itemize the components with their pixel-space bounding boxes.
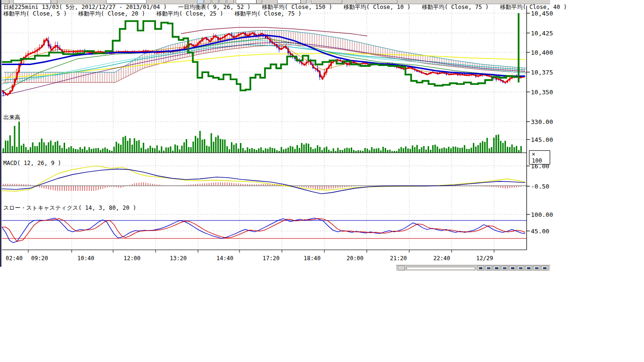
indicator-label: 移動平均( Close, 25 ) <box>157 10 223 17</box>
time-axis-tick-label: 14:40 <box>216 255 233 262</box>
y-axis-tick-label: 330.00 <box>531 118 559 125</box>
scrollbar-track[interactable] <box>406 267 475 270</box>
y-axis-tick-label: 10,425 <box>531 30 559 37</box>
chart-tool-button-6[interactable] <box>517 266 524 271</box>
volume-pane-label: 出来高 <box>3 114 20 122</box>
scrollbar-left-button[interactable] <box>398 266 405 271</box>
chart-tool-button-3[interactable] <box>493 266 500 271</box>
y-axis-tick-label: 145.00 <box>531 136 559 143</box>
y-axis-tick-label: 10,375 <box>531 69 559 76</box>
stochastics-pane-label: スロー・ストキャスティクス( 14, 3, 80, 20 ) <box>3 204 136 212</box>
y-axis-tick-label: 10,450 <box>531 10 559 17</box>
y-axis-tick-label: -0.50 <box>531 183 559 190</box>
indicator-label: 移動平均( Close, 75 ) <box>235 10 302 17</box>
indicator-label: 移動平均( Close, 20 ) <box>78 10 145 17</box>
indicator-label: 移動平均( Close, 75 ) <box>422 4 489 10</box>
indicator-label: 移動平均( Close, 150 ) <box>262 4 332 10</box>
time-axis-tick-label: 18:40 <box>304 255 321 262</box>
indicator-label: 移動平均( Close, 10 ) <box>344 4 411 10</box>
indicator-label: 一目均衡表( 9, 26, 52 ) <box>178 4 251 10</box>
macd-pane-label: MACD( 12, 26, 9 ) <box>3 160 61 166</box>
chart-tool-button-2[interactable] <box>485 266 492 271</box>
y-axis-tick-label: 100.00 <box>531 211 559 218</box>
chart-tool-button-4[interactable] <box>501 266 508 271</box>
indicator-label: 移動平均( Close, 5 ) <box>3 10 67 17</box>
chart-tool-button-1[interactable] <box>477 266 484 271</box>
y-axis-tick-label: 16.00 <box>531 163 559 170</box>
time-axis-tick-label: 21:20 <box>390 255 407 262</box>
chart-tool-button-9[interactable] <box>541 266 548 271</box>
time-axis-tick-label: 12:00 <box>124 255 140 262</box>
indicator-label: 日経225mini 13/03( 5分, 2012/12/27 - 2013/0… <box>3 4 167 10</box>
time-axis-tick-label: 02:40 <box>6 255 23 262</box>
time-axis-tick-label: 09:20 <box>31 255 48 262</box>
chart-title-indicator-row-2: 移動平均( Close, 5 )移動平均( Close, 20 )移動平均( C… <box>3 11 313 17</box>
time-axis-tick-label: 17:20 <box>263 255 280 262</box>
chart-application-window: 日経225mini 13/03( 5分, 2012/12/27 - 2013/0… <box>0 0 550 271</box>
chart-tool-button-8[interactable] <box>533 266 540 271</box>
y-axis-tick-label: 10,350 <box>531 89 559 96</box>
time-axis-tick-label: 10:40 <box>77 255 94 262</box>
time-axis-tick-label: 20:00 <box>347 255 363 262</box>
indicator-label: 移動平均( Close, 40 ) <box>500 4 567 10</box>
bottom-scroll-strip <box>396 265 550 271</box>
time-axis-tick-label: 22:40 <box>433 255 450 262</box>
time-axis-tick-label: 12/29 <box>476 255 493 262</box>
chart-tool-button-7[interactable] <box>525 266 532 271</box>
time-axis-tick-label: 13:20 <box>170 255 187 262</box>
y-axis-tick-label: 45.00 <box>531 228 559 235</box>
chart-surface[interactable] <box>0 0 550 271</box>
chart-tool-button-5[interactable] <box>509 266 516 271</box>
y-axis-tick-label: 10,400 <box>531 49 559 56</box>
chart-title-indicator-row-1: 日経225mini 13/03( 5分, 2012/12/27 - 2013/0… <box>3 4 578 10</box>
